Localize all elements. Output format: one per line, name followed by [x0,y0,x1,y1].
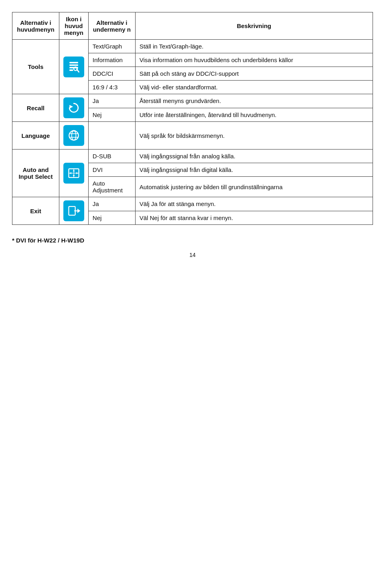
sub-cell: D-SUB [88,150,135,163]
autoinput-icon [63,163,84,184]
icon-cell [59,94,88,122]
svg-marker-20 [77,209,80,213]
main-cell: Recall [12,94,59,122]
svg-point-7 [69,131,78,140]
sub-cell [88,122,135,150]
header-col1: Alternativ i huvudmenyn [12,12,59,40]
svg-marker-16 [69,172,71,174]
icon-cell [59,122,88,150]
desc-cell: Automatisk justering av bilden till grun… [135,177,373,197]
svg-rect-3 [69,69,73,71]
sub-cell: Nej [88,211,135,225]
sub-cell: DDC/CI [88,67,135,81]
icon-cell [59,197,88,225]
page-number: 14 [12,252,373,258]
sub-cell: Nej [88,108,135,122]
sub-cell: Auto Adjustment [88,177,135,197]
footnote: * DVI för H-W22 / H-W19D [12,237,373,244]
desc-cell: Väl Nej för att stanna kvar i menyn. [135,211,373,225]
sub-cell: Ja [88,94,135,108]
main-cell: Tools [12,40,59,94]
desc-cell: Sätt på och stäng av DDC/CI-support [135,67,373,81]
sub-cell: Information [88,53,135,67]
desc-cell: Utför inte återställningen, återvänd til… [135,108,373,122]
desc-cell: Välj Ja för att stänga menyn. [135,197,373,211]
svg-marker-17 [76,172,78,174]
svg-marker-14 [73,170,75,172]
exit-icon [63,200,84,221]
desc-cell: Visa information om huvudbildens och und… [135,53,373,67]
sub-cell: Text/Graph [88,40,135,53]
recall-icon [63,97,84,118]
desc-cell: Välj ingångssignal från analog källa. [135,150,373,163]
svg-rect-0 [69,62,78,63]
tools-icon [63,57,84,77]
header-col3: Alternativ i undermeny n [88,12,135,40]
desc-cell: Välj språk för bildskärmsmenyn. [135,122,373,150]
sub-cell: 16:9 / 4:3 [88,81,135,94]
svg-marker-6 [69,105,73,109]
icon-cell [59,40,88,94]
header-col4: Beskrivning [135,12,373,40]
sub-cell: DVI [88,163,135,177]
language-icon [63,125,84,146]
main-table: Alternativ i huvudmenyn Ikon i huvud men… [12,12,373,225]
svg-point-8 [71,131,76,140]
desc-cell: Välj vid- eller standardformat. [135,81,373,94]
desc-cell: Välj ingångssignal från digital källa. [135,163,373,177]
svg-rect-1 [69,64,78,66]
svg-marker-15 [73,175,75,177]
desc-cell: Ställ in Text/Graph-läge. [135,40,373,53]
sub-cell: Ja [88,197,135,211]
icon-cell [59,150,88,197]
main-cell: Auto and Input Select [12,150,59,197]
desc-cell: Återställ menyns grundvärden. [135,94,373,108]
main-cell: Exit [12,197,59,225]
header-col2: Ikon i huvud menyn [59,12,88,40]
main-cell: Language [12,122,59,150]
